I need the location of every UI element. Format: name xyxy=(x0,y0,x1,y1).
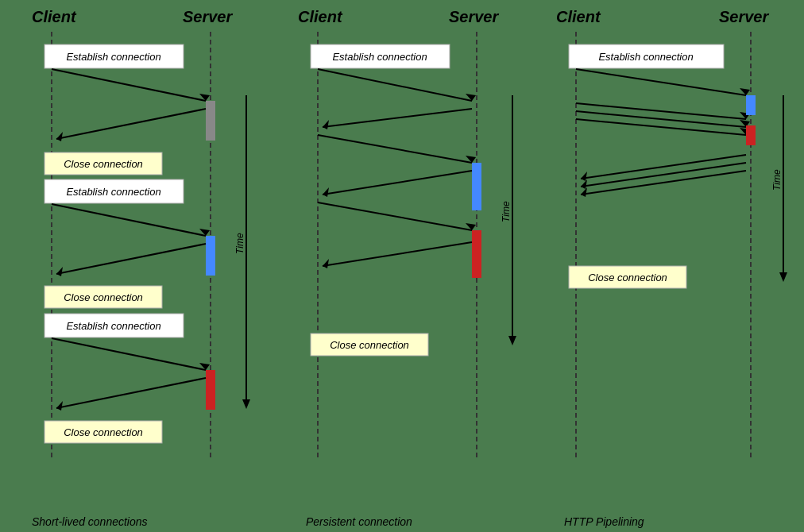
svg-marker-49 xyxy=(323,259,329,268)
svg-marker-8 xyxy=(56,132,63,141)
svg-rect-47 xyxy=(472,230,481,278)
svg-line-7 xyxy=(56,109,206,139)
diagram-pipelining: Client Server Establish connection xyxy=(540,0,798,532)
svg-line-65 xyxy=(576,119,746,135)
svg-rect-42 xyxy=(472,163,481,210)
svg-marker-30 xyxy=(242,399,250,409)
svg-line-4 xyxy=(52,69,206,101)
svg-marker-53 xyxy=(508,336,516,345)
svg-text:Establish connection: Establish connection xyxy=(66,51,160,63)
svg-marker-70 xyxy=(581,172,587,181)
svg-text:Close connection: Close connection xyxy=(64,291,143,303)
svg-marker-26 xyxy=(56,401,63,411)
svg-text:Establish connection: Establish connection xyxy=(66,320,160,332)
diagram-persistent: Client Server Establish connection xyxy=(274,0,527,532)
client-label-1: Client xyxy=(32,8,76,26)
svg-text:Close connection: Close connection xyxy=(64,426,143,438)
svg-marker-72 xyxy=(581,179,587,189)
svg-text:Establish connection: Establish connection xyxy=(598,51,693,63)
svg-line-22 xyxy=(52,338,206,370)
svg-line-61 xyxy=(576,103,746,119)
svg-rect-6 xyxy=(206,101,215,141)
svg-marker-78 xyxy=(779,272,787,282)
svg-line-40 xyxy=(318,135,472,163)
svg-text:Close connection: Close connection xyxy=(330,339,409,351)
svg-text:Close connection: Close connection xyxy=(588,272,667,283)
svg-line-16 xyxy=(56,244,206,274)
svg-line-25 xyxy=(56,378,206,408)
svg-rect-24 xyxy=(206,370,215,410)
svg-rect-68 xyxy=(746,125,756,145)
caption-short-lived: Short-lived connections xyxy=(32,515,148,528)
svg-line-63 xyxy=(576,111,746,127)
svg-text:Time: Time xyxy=(234,233,245,254)
svg-line-45 xyxy=(318,202,472,230)
server-label-1: Server xyxy=(183,8,232,26)
svg-marker-74 xyxy=(581,187,587,197)
svg-pipelining: Establish connection Cl xyxy=(540,32,798,500)
svg-text:Establish connection: Establish connection xyxy=(66,186,160,198)
svg-line-38 xyxy=(323,109,472,127)
svg-rect-67 xyxy=(746,95,756,115)
main-container: Client Server Establish connection Close… xyxy=(0,0,804,532)
svg-short-lived: Establish connection Close connection Es… xyxy=(8,32,261,500)
svg-text:Time: Time xyxy=(501,201,512,222)
svg-persistent: Establish connection xyxy=(274,32,527,500)
caption-pipelining: HTTP Pipelining xyxy=(564,515,644,528)
server-label-3: Server xyxy=(719,8,768,26)
svg-text:Close connection: Close connection xyxy=(64,158,143,170)
svg-text:Time: Time xyxy=(771,169,783,191)
svg-line-13 xyxy=(52,204,206,236)
svg-marker-44 xyxy=(323,187,329,197)
svg-line-43 xyxy=(323,171,472,195)
svg-text:Establish connection: Establish connection xyxy=(332,51,427,63)
client-label-2: Client xyxy=(298,8,342,26)
svg-line-36 xyxy=(318,69,472,101)
svg-line-48 xyxy=(323,242,472,266)
server-label-2: Server xyxy=(449,8,498,26)
client-label-3: Client xyxy=(556,8,601,26)
diagram-short-lived: Client Server Establish connection Close… xyxy=(8,0,261,532)
svg-line-59 xyxy=(576,69,746,95)
svg-marker-39 xyxy=(323,120,329,129)
caption-persistent: Persistent connection xyxy=(306,515,412,528)
svg-marker-17 xyxy=(56,267,63,276)
svg-rect-15 xyxy=(206,236,215,276)
